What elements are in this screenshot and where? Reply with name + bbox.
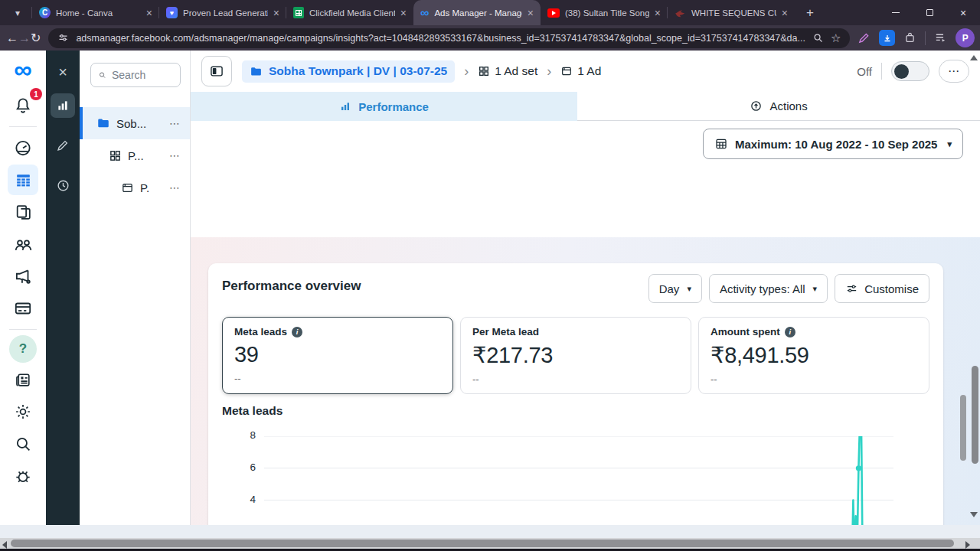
- account-overview-button[interactable]: [8, 132, 38, 163]
- history-tool-icon[interactable]: [51, 173, 75, 197]
- tab-close-icon[interactable]: ×: [528, 8, 534, 18]
- tab-close-icon[interactable]: ×: [146, 8, 152, 18]
- close-panel-icon[interactable]: ×: [51, 60, 75, 84]
- tree-search-box[interactable]: [90, 63, 181, 87]
- ad-set-grid-icon: [109, 149, 122, 162]
- date-range-button[interactable]: Maximum: 10 Aug 2022 - 10 Sep 2025 ▾: [703, 129, 963, 159]
- reading-list-icon[interactable]: [934, 31, 947, 44]
- site-settings-icon[interactable]: [57, 32, 69, 44]
- settings-button[interactable]: [8, 396, 38, 427]
- tab-youtube[interactable]: (38) Sultan Title Song | Sal ×: [541, 0, 668, 25]
- breadcrumb-ad[interactable]: 1 Ad: [560, 64, 601, 78]
- tab-clickfield-sheets[interactable]: Clickfield Media Clients - G ×: [286, 0, 413, 25]
- tab-canva[interactable]: C Home - Canva ×: [32, 0, 159, 25]
- metric-card-per-meta-lead[interactable]: Per Meta lead ₹217.73 --: [460, 317, 691, 394]
- report-bug-button[interactable]: [8, 461, 38, 491]
- pen-extension-icon[interactable]: [858, 31, 871, 44]
- tree-item-menu-icon[interactable]: ⋯: [169, 149, 181, 161]
- help-button[interactable]: ?: [9, 335, 37, 363]
- metric-label: Meta leads: [234, 326, 287, 337]
- tree-item-ad[interactable]: P. ⋯: [80, 171, 190, 204]
- charts-tool-icon[interactable]: [51, 93, 75, 118]
- scrollbar-left-arrow[interactable]: [2, 541, 7, 549]
- billing-button[interactable]: [8, 293, 38, 324]
- ads-reporting-button[interactable]: [8, 261, 38, 292]
- bookmark-star-icon[interactable]: ☆: [831, 31, 841, 45]
- forward-button[interactable]: →: [18, 31, 31, 45]
- info-icon[interactable]: i: [292, 327, 302, 337]
- breadcrumb-adset-label: 1 Ad set: [495, 64, 537, 78]
- extensions-puzzle-icon[interactable]: [903, 31, 916, 44]
- chevron-down-icon: ▾: [947, 139, 952, 149]
- sheets-favicon: [293, 7, 304, 18]
- scrollbar-up-arrow[interactable]: [970, 55, 978, 60]
- tab-performance[interactable]: Performance: [191, 92, 577, 121]
- panel-toggle-icon: [209, 64, 224, 79]
- tab-actions[interactable]: Actions: [577, 92, 980, 121]
- bird-favicon: [675, 7, 686, 18]
- metric-cards: Meta leadsi 39 -- Per Meta lead ₹217.73 …: [222, 317, 929, 394]
- pages-button[interactable]: [8, 197, 38, 227]
- tree-item-campaign[interactable]: Sob... ⋯: [80, 107, 190, 139]
- customise-button[interactable]: Customise: [835, 274, 929, 303]
- window-close-button[interactable]: ×: [946, 0, 980, 25]
- page-scrollbar-thumb[interactable]: [972, 366, 978, 464]
- tree-search-input[interactable]: [112, 69, 173, 81]
- reload-button[interactable]: ↻: [31, 31, 41, 45]
- edit-tool-icon[interactable]: [51, 133, 75, 158]
- scrollbar-right-arrow[interactable]: [965, 541, 970, 549]
- profile-avatar[interactable]: P: [956, 28, 975, 47]
- ad-frame-icon: [121, 181, 134, 194]
- zoom-page-icon[interactable]: [812, 32, 824, 44]
- campaigns-button[interactable]: [8, 165, 38, 195]
- tab-white-sequens[interactable]: WHITE SEQUENS CUTDAN ×: [668, 0, 795, 25]
- ad-frame-icon: [560, 65, 573, 77]
- notifications-button[interactable]: 1: [8, 90, 38, 121]
- overview-title: Performance overview: [222, 279, 361, 294]
- ads-manager-app: ∞ 1 ?: [0, 51, 980, 551]
- address-bar[interactable]: adsmanager.facebook.com/adsmanager/manag…: [48, 28, 850, 48]
- back-button[interactable]: ←: [6, 31, 18, 45]
- tree-item-menu-icon[interactable]: ⋯: [169, 117, 181, 129]
- audiences-button[interactable]: [8, 229, 38, 259]
- tab-ads-manager-active[interactable]: ∞ Ads Manager - Manage ad ×: [413, 0, 541, 25]
- metric-card-amount-spent[interactable]: Amount spenti ₹8,491.59 --: [698, 317, 929, 394]
- new-tab-button[interactable]: +: [799, 2, 821, 24]
- meta-logo[interactable]: ∞: [14, 57, 32, 82]
- horizontal-scrollbar-thumb[interactable]: [11, 540, 954, 547]
- url-text[interactable]: adsmanager.facebook.com/adsmanager/manag…: [76, 33, 805, 44]
- tree-item-adset[interactable]: P... ⋯: [80, 139, 190, 171]
- tree-item-menu-icon[interactable]: ⋯: [169, 181, 181, 194]
- tab-close-icon[interactable]: ×: [782, 8, 788, 18]
- tab-close-icon[interactable]: ×: [273, 8, 279, 18]
- content-scrollbar-thumb[interactable]: [960, 395, 966, 461]
- metric-value: 39: [234, 342, 441, 367]
- tree-item-label: P...: [128, 149, 144, 162]
- tab-label: Ads Manager - Manage ad: [434, 8, 521, 18]
- scrollbar-down-arrow[interactable]: [970, 512, 978, 517]
- campaign-tree-panel: Sob... ⋯ P... ⋯ P. ⋯: [80, 51, 191, 525]
- news-button[interactable]: [8, 364, 38, 395]
- metric-card-meta-leads[interactable]: Meta leadsi 39 --: [222, 317, 453, 394]
- data-point-dot[interactable]: [856, 465, 861, 471]
- tab-label: (38) Sultan Title Song | Sal: [565, 8, 649, 18]
- tab-search-chevron-icon[interactable]: ▾: [5, 3, 31, 23]
- bottom-strip: [0, 525, 980, 538]
- campaign-on-off-toggle[interactable]: [891, 61, 929, 81]
- granularity-button[interactable]: Day ▾: [648, 274, 702, 303]
- tab-close-icon[interactable]: ×: [400, 8, 407, 18]
- breadcrumb-campaign[interactable]: Sobha Townpark | DV | 03-07-25: [242, 60, 455, 83]
- download-extension-icon[interactable]: [879, 30, 895, 46]
- collapse-panel-button[interactable]: [201, 56, 232, 86]
- folder-icon: [96, 116, 110, 130]
- activity-types-button[interactable]: Activity types: All ▾: [709, 274, 828, 303]
- window-minimize-button[interactable]: [879, 0, 913, 25]
- maximize-icon: [926, 9, 933, 16]
- more-options-button[interactable]: ⋯: [939, 60, 969, 83]
- tab-proven-lead-generation[interactable]: ♥ Proven Lead Generation St ×: [159, 0, 286, 25]
- breadcrumb-adset[interactable]: 1 Ad set: [478, 64, 537, 78]
- tab-close-icon[interactable]: ×: [655, 8, 661, 18]
- info-icon[interactable]: i: [785, 327, 795, 337]
- window-maximize-button[interactable]: [913, 0, 946, 25]
- search-tool-button[interactable]: [8, 429, 38, 459]
